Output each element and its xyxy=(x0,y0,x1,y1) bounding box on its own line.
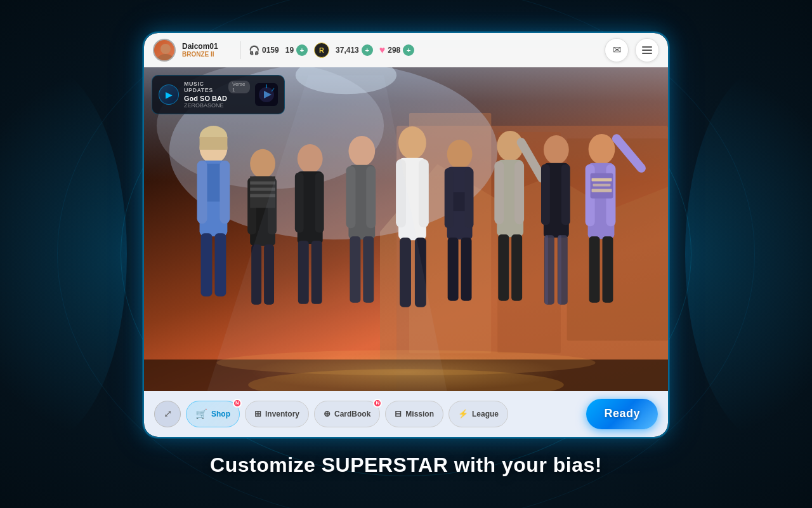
side-glow-left xyxy=(0,64,127,444)
main-wrapper: Daicom01 BRONZE II 🎧 0159 19 + R 37,413 xyxy=(143,32,669,477)
svg-rect-78 xyxy=(593,184,611,186)
heart-plus-icon[interactable]: + xyxy=(403,44,414,56)
svg-rect-77 xyxy=(592,178,612,181)
mission-nav-button[interactable]: ⊟ Mission xyxy=(385,401,443,427)
currency-stat: 37,413 + xyxy=(336,44,373,56)
star-count: 19 xyxy=(285,46,294,55)
expand-button[interactable]: ⤢ xyxy=(154,401,181,427)
svg-rect-14 xyxy=(219,160,230,224)
heart-stat: ♥ 298 + xyxy=(379,44,415,56)
svg-rect-58 xyxy=(498,234,509,300)
avatar xyxy=(153,39,176,62)
username: Daicom01 xyxy=(182,42,233,51)
svg-rect-63 xyxy=(541,164,550,225)
photo-area: ▶ MUSIC UPDATES Verse 1 God SO BAD ZEROB… xyxy=(144,67,668,391)
music-play-icon: ▶ xyxy=(159,84,179,105)
cardbook-label: CardBook xyxy=(334,410,370,418)
menu-button[interactable] xyxy=(635,38,659,62)
svg-rect-52 xyxy=(448,237,459,301)
music-title: God SO BAD xyxy=(184,95,250,102)
svg-rect-56 xyxy=(494,161,504,224)
music-info: MUSIC UPDATES Verse 1 God SO BAD ZEROBAS… xyxy=(184,81,250,109)
league-nav-button[interactable]: ⚡ League xyxy=(449,401,508,427)
headphone-stat: 🎧 0159 xyxy=(249,45,279,55)
shop-icon: 🛒 xyxy=(195,408,207,420)
inventory-label: Inventory xyxy=(265,410,299,418)
star-stat: 19 + xyxy=(285,44,308,56)
svg-rect-26 xyxy=(250,181,275,184)
svg-rect-16 xyxy=(214,233,226,297)
svg-rect-59 xyxy=(511,234,522,300)
r-badge: R xyxy=(314,43,329,58)
svg-rect-75 xyxy=(603,236,613,302)
header-bar: Daicom01 BRONZE II 🎧 0159 19 + R 37,413 xyxy=(144,33,668,67)
svg-point-47 xyxy=(447,139,473,168)
svg-rect-5 xyxy=(567,138,668,340)
tagline: Customize SUPERSTAR with your bias! xyxy=(210,453,602,477)
svg-rect-53 xyxy=(461,237,472,301)
currency-plus-icon[interactable]: + xyxy=(362,44,373,56)
shop-nav-button[interactable]: 🛒 Shop N xyxy=(186,401,240,427)
headphone-count: 0159 xyxy=(262,46,279,55)
svg-rect-74 xyxy=(589,236,600,302)
expand-icon: ⤢ xyxy=(164,408,172,420)
svg-rect-67 xyxy=(545,235,548,304)
cardbook-nav-button[interactable]: ⊕ CardBook N xyxy=(314,401,380,427)
app-frame: Daicom01 BRONZE II 🎧 0159 19 + R 37,413 xyxy=(143,32,669,438)
play-symbol: ▶ xyxy=(166,90,173,100)
cardbook-notification: N xyxy=(373,399,382,408)
header-divider xyxy=(240,41,241,59)
currency-count: 37,413 xyxy=(336,46,359,55)
svg-rect-68 xyxy=(558,235,561,304)
svg-point-19 xyxy=(250,149,275,178)
svg-point-69 xyxy=(589,133,615,164)
album-thumbnail xyxy=(255,83,278,106)
league-label: League xyxy=(472,410,499,418)
svg-rect-50 xyxy=(445,168,454,228)
svg-point-41 xyxy=(398,126,426,159)
music-updates-label: MUSIC UPDATES xyxy=(184,81,225,93)
bottom-nav: ⤢ 🛒 Shop N ⊞ Inventory ⊕ CardBook N ⊟ xyxy=(144,391,668,437)
ready-button[interactable]: Ready xyxy=(586,399,658,429)
svg-point-61 xyxy=(544,135,569,164)
svg-rect-79 xyxy=(592,189,612,192)
ready-label: Ready xyxy=(604,407,640,420)
shop-label: Shop xyxy=(211,410,230,418)
svg-rect-51 xyxy=(465,168,474,228)
music-artist: ZEROBASONE xyxy=(184,102,250,109)
svg-rect-13 xyxy=(197,160,207,224)
shop-notification: N xyxy=(233,399,242,408)
svg-rect-64 xyxy=(561,164,570,225)
star-plus-icon[interactable]: + xyxy=(296,44,308,56)
svg-rect-18 xyxy=(200,137,228,149)
league-icon: ⚡ xyxy=(458,409,468,418)
music-card[interactable]: ▶ MUSIC UPDATES Verse 1 God SO BAD ZEROB… xyxy=(152,75,285,114)
verse-badge: Verse 1 xyxy=(228,81,250,93)
headphone-icon: 🎧 xyxy=(249,45,259,55)
side-glow-right xyxy=(685,64,812,444)
heart-count: 298 xyxy=(388,46,400,55)
user-info: Daicom01 BRONZE II xyxy=(182,42,233,58)
menu-icon xyxy=(642,46,652,54)
rank-badge: BRONZE II xyxy=(182,51,233,58)
svg-rect-57 xyxy=(514,161,524,224)
cardbook-icon: ⊕ xyxy=(324,409,331,418)
music-label-row: MUSIC UPDATES Verse 1 xyxy=(184,81,250,93)
mission-icon: ⊟ xyxy=(395,409,402,418)
svg-point-1 xyxy=(157,54,174,62)
mail-icon: ✉ xyxy=(613,44,621,56)
group-photo xyxy=(144,67,668,391)
svg-rect-44 xyxy=(419,159,429,227)
svg-rect-15 xyxy=(201,233,213,297)
inventory-icon: ⊞ xyxy=(254,409,261,418)
svg-point-0 xyxy=(160,44,171,54)
mail-button[interactable]: ✉ xyxy=(605,38,629,62)
inventory-nav-button[interactable]: ⊞ Inventory xyxy=(245,401,309,427)
heart-icon: ♥ xyxy=(379,44,386,56)
r-badge-label: R xyxy=(319,46,324,54)
mission-label: Mission xyxy=(405,410,434,418)
